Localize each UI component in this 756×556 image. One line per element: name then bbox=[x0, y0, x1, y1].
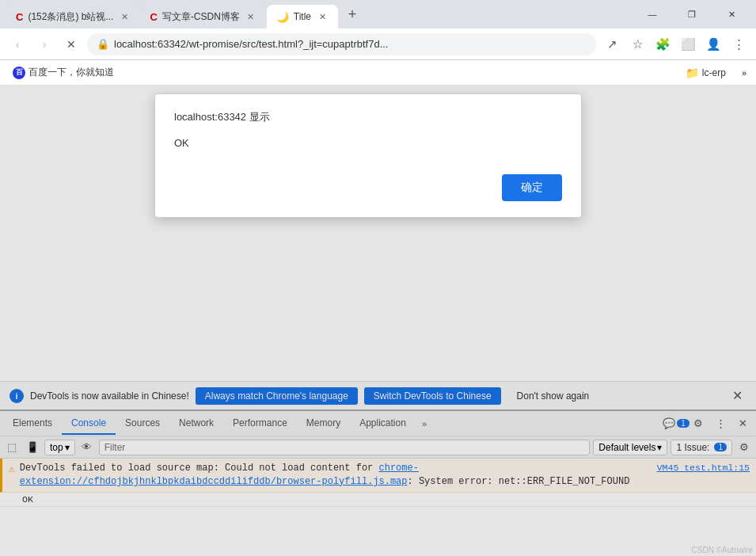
browser-content: localhost:63342 显示 OK 确定 i DevTools is n… bbox=[0, 86, 756, 556]
tab-close-3[interactable]: ✕ bbox=[316, 10, 329, 23]
addressbar: ‹ › ✕ 🔒 localhost:63342/wt-promise/src/t… bbox=[0, 29, 756, 60]
alert-dialog: localhost:63342 显示 OK 确定 bbox=[154, 93, 582, 218]
address-icons: ↗ ☆ 🧩 ⬜ 👤 ⋮ bbox=[601, 33, 750, 55]
csdn-icon-2: C bbox=[150, 11, 157, 23]
folder-icon: 📁 bbox=[686, 67, 699, 79]
tab-label-1: (152条消息) b站视... bbox=[28, 10, 113, 24]
tab-label-2: 写文章-CSDN博客 bbox=[162, 10, 240, 24]
dialog-message: OK bbox=[174, 137, 562, 149]
extensions-icon[interactable]: 🧩 bbox=[652, 33, 674, 55]
url-text: localhost:63342/wt-promise/src/test.html… bbox=[114, 38, 587, 50]
tab-csdn-2[interactable]: C 写文章-CSDN博客 ✕ bbox=[140, 5, 266, 29]
moon-icon: 🌙 bbox=[276, 11, 289, 23]
tab-close-1[interactable]: ✕ bbox=[118, 10, 131, 23]
baidu-icon: 百 bbox=[13, 67, 25, 79]
tab-csdn-1[interactable]: C (152条消息) b站视... ✕ bbox=[6, 5, 140, 29]
bookmark-baidu[interactable]: 百 百度一下，你就知道 bbox=[6, 63, 120, 82]
bookmarks-more-button[interactable]: » bbox=[739, 65, 750, 81]
back-button[interactable]: ‹ bbox=[6, 33, 28, 55]
bookmark-folder-lc-erp[interactable]: 📁 lc-erp bbox=[679, 63, 732, 82]
baidu-label: 百度一下，你就知道 bbox=[28, 66, 114, 79]
bookmarks-bar: 百 百度一下，你就知道 📁 lc-erp » bbox=[0, 60, 756, 86]
csdn-icon-1: C bbox=[16, 11, 23, 23]
close-button[interactable]: ✕ bbox=[713, 2, 750, 27]
url-bar[interactable]: 🔒 localhost:63342/wt-promise/src/test.ht… bbox=[87, 33, 596, 55]
tab-title[interactable]: 🌙 Title ✕ bbox=[267, 5, 338, 29]
reload-button[interactable]: ✕ bbox=[60, 33, 82, 55]
folder-label: lc-erp bbox=[702, 67, 726, 78]
dialog-title: localhost:63342 显示 bbox=[174, 110, 562, 124]
tab-close-2[interactable]: ✕ bbox=[245, 10, 257, 23]
dialog-ok-button[interactable]: 确定 bbox=[502, 174, 562, 201]
profile-icon[interactable]: 👤 bbox=[702, 33, 724, 55]
lock-icon: 🔒 bbox=[97, 38, 109, 50]
restore-button[interactable]: ❐ bbox=[674, 2, 710, 27]
new-tab-button[interactable]: + bbox=[341, 3, 363, 25]
minimize-button[interactable]: — bbox=[634, 2, 671, 27]
titlebar: C (152条消息) b站视... ✕ C 写文章-CSDN博客 ✕ 🌙 Tit… bbox=[0, 0, 756, 29]
dialog-footer: 确定 bbox=[174, 174, 562, 201]
menu-icon[interactable]: ⋮ bbox=[728, 33, 750, 55]
split-view-icon[interactable]: ⬜ bbox=[677, 33, 699, 55]
tab-label-3: Title bbox=[294, 11, 311, 22]
window-controls: — ❐ ✕ bbox=[634, 2, 750, 27]
forward-button[interactable]: › bbox=[33, 33, 55, 55]
share-icon[interactable]: ↗ bbox=[601, 33, 623, 55]
bookmark-star-icon[interactable]: ☆ bbox=[626, 33, 648, 55]
